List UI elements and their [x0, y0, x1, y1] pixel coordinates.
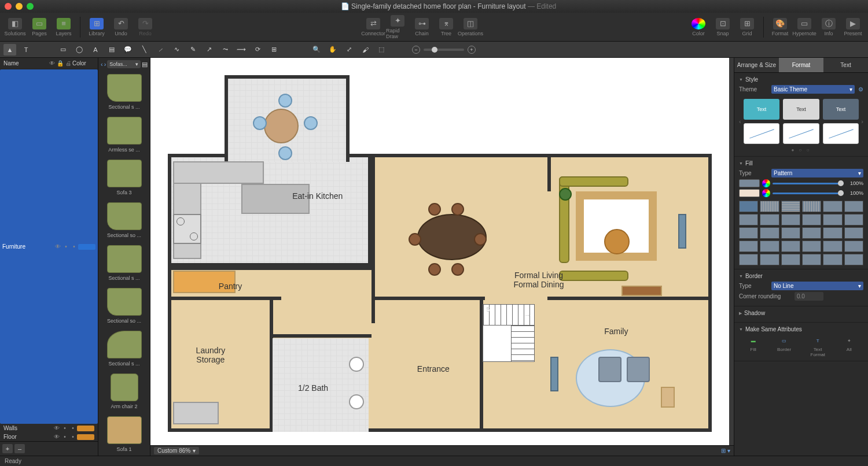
close-icon[interactable] [5, 3, 12, 10]
wall[interactable] [372, 297, 485, 300]
k-chair[interactable] [278, 94, 292, 108]
sink2[interactable] [349, 394, 364, 409]
undo-button[interactable]: ↶Undo [109, 14, 133, 40]
text-shape-tool[interactable]: A [89, 44, 102, 56]
k-chair[interactable] [304, 116, 318, 130]
operations-button[interactable]: ◫Operations [459, 14, 482, 40]
d-chair[interactable] [428, 203, 441, 216]
solutions-button[interactable]: ◧Solutions [3, 14, 27, 40]
theme-swatch[interactable]: Text [823, 99, 859, 120]
tab-arrange[interactable]: Arrange & Size [734, 58, 779, 73]
dot-icon[interactable]: • [62, 243, 70, 250]
zoom-tool[interactable]: 🔍 [310, 44, 323, 56]
ellipse-tool[interactable]: ◯ [73, 44, 86, 56]
prev-theme-icon[interactable]: ‹ [739, 118, 741, 125]
library-dropdown[interactable]: Sofas...▾ [107, 60, 141, 68]
pattern-swatch[interactable] [781, 241, 800, 252]
style-header[interactable]: Style [739, 76, 863, 83]
library-next-icon[interactable]: › [104, 61, 106, 68]
pattern-swatch[interactable] [760, 227, 779, 239]
sink1[interactable] [349, 357, 364, 372]
library-item[interactable]: Sofa 1 [98, 413, 150, 456]
tab-format[interactable]: Format [779, 58, 823, 73]
eye-icon[interactable]: 👁 [53, 434, 61, 440]
library-item[interactable]: Armless se ... [98, 113, 150, 156]
same-text-button[interactable]: TText Format [811, 336, 825, 357]
view-mode-icon[interactable]: ⊞ ▾ [721, 447, 730, 454]
pattern-swatch[interactable] [844, 241, 863, 252]
library-menu-icon[interactable]: ▤ [142, 61, 148, 68]
d-chair[interactable] [428, 263, 441, 276]
line-tool[interactable]: ╲ [138, 44, 150, 56]
pattern-swatch[interactable] [823, 201, 842, 212]
pattern-swatch[interactable] [823, 254, 842, 265]
table-tool[interactable]: ⊞ [267, 44, 280, 56]
layer-row-floor[interactable]: Floor 👁•• [0, 432, 98, 441]
library-item[interactable]: Arm chair 2 [98, 370, 150, 413]
zoom-out-button[interactable]: − [412, 46, 420, 54]
kitchen-table[interactable] [264, 109, 299, 143]
plant[interactable] [559, 188, 572, 201]
eraser-tool[interactable]: ⬚ [375, 44, 388, 56]
pointer-tool[interactable]: ▲ [3, 44, 16, 56]
pattern-swatch[interactable] [844, 227, 863, 239]
snap-button[interactable]: ⊡Snap [711, 14, 734, 40]
stairs[interactable]: 5 → [483, 304, 535, 362]
rapid-draw-button[interactable]: ✦Rapid Draw [386, 14, 409, 40]
dot-icon[interactable]: • [69, 425, 77, 431]
zoom-select[interactable]: Custom 86%▾ [154, 447, 199, 454]
library-button[interactable]: ⊞Library [85, 14, 108, 40]
eye-icon[interactable]: 👁 [53, 425, 61, 431]
library-item[interactable]: Sofa 3 [98, 156, 150, 199]
pattern-swatch[interactable] [781, 214, 800, 225]
opacity-slider-1[interactable] [773, 183, 844, 184]
border-header[interactable]: Border [739, 273, 863, 279]
stove[interactable] [173, 214, 201, 244]
fill-header[interactable]: Fill [739, 160, 863, 167]
pen-tool[interactable]: ✎ [186, 44, 199, 56]
hand-tool[interactable]: ✋ [326, 44, 339, 56]
color-swatch-2[interactable] [739, 189, 760, 197]
floor-plan[interactable]: Pantry Laundry Storage 1/2 Bath Eat-in K… [156, 64, 723, 439]
library-prev-icon[interactable]: ‹ [101, 61, 103, 68]
pattern-swatch[interactable] [802, 254, 821, 265]
info-button[interactable]: ⓘInfo [817, 14, 840, 40]
color-swatch-1[interactable] [739, 179, 760, 187]
family-tv[interactable] [550, 357, 558, 391]
opacity-slider-2[interactable] [773, 193, 844, 194]
layer-row-furniture[interactable]: Furniture 👁•• [0, 69, 98, 424]
color-picker-icon[interactable] [762, 189, 770, 197]
d-chair[interactable] [474, 233, 487, 246]
pages-button[interactable]: ▭Pages [28, 14, 51, 40]
connector-tool-4[interactable]: ⟳ [251, 44, 264, 56]
same-all-button[interactable]: ✦All [844, 336, 854, 357]
grid-button[interactable]: ⊞Grid [735, 14, 759, 40]
connector-button[interactable]: ⇄Connector [362, 14, 385, 40]
wall[interactable] [270, 334, 372, 338]
console[interactable] [621, 286, 662, 296]
d-chair[interactable] [451, 203, 464, 216]
theme-pager[interactable]: ● ○ ○ [739, 147, 863, 153]
k-chair[interactable] [253, 116, 267, 130]
gear-icon[interactable]: ⚙ [858, 86, 863, 93]
shadow-header[interactable]: Shadow [739, 310, 863, 316]
arc-tool[interactable]: ⟋ [154, 44, 167, 56]
theme-swatch[interactable] [744, 123, 780, 144]
wall[interactable] [547, 297, 712, 300]
pattern-swatch[interactable] [760, 254, 779, 265]
connector-tool-3[interactable]: ⟿ [235, 44, 248, 56]
layer-row-walls[interactable]: Walls 👁•• [0, 424, 98, 432]
pattern-swatch[interactable] [802, 241, 821, 252]
connector-tool-2[interactable]: ⤳ [219, 44, 231, 56]
library-item[interactable]: Sectional so ... [98, 199, 150, 242]
chain-button[interactable]: ⊶Chain [410, 14, 433, 40]
layer-swatch[interactable] [78, 244, 95, 250]
d-chair[interactable] [409, 233, 421, 246]
pattern-swatch[interactable] [823, 214, 842, 225]
tab-text[interactable]: Text [823, 58, 868, 73]
wall[interactable] [168, 267, 372, 270]
add-layer-button[interactable]: + [2, 444, 13, 453]
fill-type-select[interactable]: Pattern▾ [771, 169, 863, 177]
pattern-swatch[interactable] [802, 214, 821, 225]
sectional-top[interactable] [559, 176, 628, 187]
